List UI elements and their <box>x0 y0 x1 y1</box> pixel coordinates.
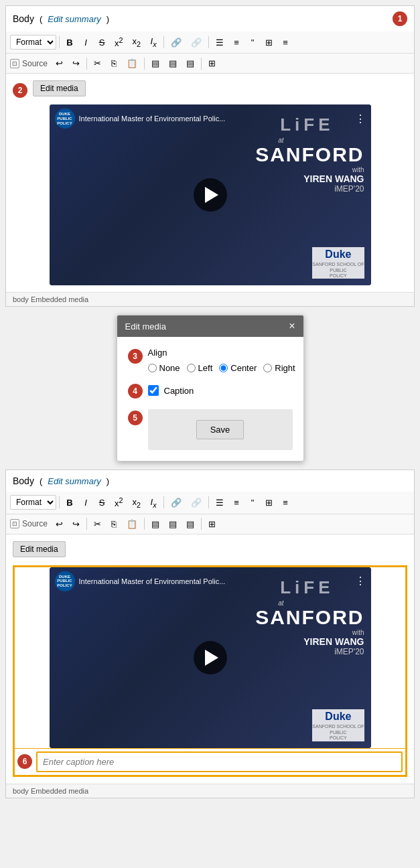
copy-btn-2[interactable]: ⎘ <box>107 517 121 531</box>
paste-btn-1[interactable]: 📋 <box>123 56 141 70</box>
superscript-btn-1[interactable]: x2 <box>111 34 127 50</box>
section-1: Body ( Edit summary ) 1 Format B I S x2 … <box>5 5 415 307</box>
blockquote-btn-1[interactable]: " <box>245 35 260 50</box>
align-btn-1[interactable]: ≡ <box>278 35 293 50</box>
play-btn-1[interactable] <box>194 178 227 212</box>
radio-center-label: Center <box>230 363 257 373</box>
align-center-btn-1[interactable]: ▤ <box>165 56 181 70</box>
radio-center[interactable]: Center <box>219 363 257 373</box>
radio-none-label: None <box>159 363 180 373</box>
format-select-2[interactable]: Format <box>10 495 56 510</box>
strike-btn-1[interactable]: S <box>94 35 109 50</box>
dialog-container: Edit media × 3 Align None <box>5 315 415 461</box>
special-btn-2[interactable]: ⊞ <box>261 496 277 510</box>
format-select-1[interactable]: Format <box>10 35 56 50</box>
unlink-btn-2[interactable]: 🔗 <box>187 496 206 510</box>
undo-btn-1[interactable]: ↩ <box>52 56 67 70</box>
section-2-header: Body ( Edit summary ) <box>6 470 414 492</box>
dialog-close-btn[interactable]: × <box>289 321 295 332</box>
caption-checkbox[interactable] <box>148 385 159 396</box>
body-title-1: Body <box>13 13 34 24</box>
cut-btn-1[interactable]: ✂ <box>90 56 105 70</box>
italic-btn-2[interactable]: I <box>78 496 93 510</box>
source-toolbar-1: ⊡ Source ↩ ↪ ✂ ⎘ 📋 ▤ ▤ ▤ ⊞ <box>6 54 414 74</box>
undo-btn-2[interactable]: ↩ <box>52 517 67 531</box>
subscript-btn-2[interactable]: x2 <box>129 495 145 511</box>
edit-media-btn-1[interactable]: Edit media <box>33 80 86 96</box>
align-left-btn-1[interactable]: ▤ <box>147 56 163 70</box>
redo-btn-2[interactable]: ↪ <box>68 517 84 531</box>
strike-btn-2[interactable]: S <box>94 496 109 510</box>
edit-media-btn-2[interactable]: Edit media <box>13 541 66 557</box>
divider <box>201 518 202 530</box>
table-btn-1[interactable]: ⊞ <box>204 56 220 70</box>
divider <box>163 496 164 508</box>
footer-embedded-1: Embedded media <box>31 295 88 303</box>
radio-right-input[interactable] <box>263 364 272 372</box>
copy-btn-1[interactable]: ⎘ <box>107 56 121 70</box>
paste-btn-2[interactable]: 📋 <box>123 517 141 531</box>
divider <box>144 518 145 530</box>
step-badge-1: 1 <box>393 11 407 26</box>
radio-none-input[interactable] <box>148 364 157 372</box>
redo-btn-1[interactable]: ↪ <box>68 56 84 70</box>
link-btn-1[interactable]: 🔗 <box>167 35 186 50</box>
radio-right[interactable]: Right <box>263 363 295 373</box>
footer-body-1: body <box>13 295 29 303</box>
edit-media-row-2: Edit media <box>13 541 407 561</box>
play-btn-2[interactable] <box>194 641 227 674</box>
page-wrapper: Body ( Edit summary ) 1 Format B I S x2 … <box>0 0 420 868</box>
section-2-paren-open: ( <box>40 476 42 486</box>
editor-area-1[interactable]: 2 Edit media DUKEPUBLICPOLICY Internatio… <box>6 74 414 292</box>
save-btn[interactable]: Save <box>196 420 244 439</box>
cut-btn-2[interactable]: ✂ <box>90 517 105 531</box>
align-right-btn-1[interactable]: ▤ <box>182 56 198 70</box>
radio-left-label: Left <box>198 363 213 373</box>
bullet-btn-1[interactable]: ☰ <box>212 35 228 50</box>
divider <box>208 36 209 48</box>
unlink-btn-1[interactable]: 🔗 <box>187 35 206 50</box>
numbered-btn-2[interactable]: ≡ <box>229 496 244 510</box>
source-label-2[interactable]: ⊡ Source <box>10 519 48 528</box>
link-btn-2[interactable]: 🔗 <box>167 496 186 510</box>
radio-none[interactable]: None <box>148 363 180 373</box>
step-badge-3: 3 <box>128 349 143 364</box>
bold-btn-2[interactable]: B <box>62 496 77 510</box>
edit-summary-link-1[interactable]: Edit summary <box>48 14 100 24</box>
footer-embedded-2: Embedded media <box>31 787 88 795</box>
italic-btn-1[interactable]: I <box>78 35 93 50</box>
bullet-btn-2[interactable]: ☰ <box>212 496 228 510</box>
dialog-header: Edit media × <box>117 315 303 337</box>
special-btn-1[interactable]: ⊞ <box>261 35 277 50</box>
table-btn-2[interactable]: ⊞ <box>204 517 220 531</box>
radio-left[interactable]: Left <box>187 363 213 373</box>
subscript-btn-1[interactable]: x2 <box>129 34 145 50</box>
source-label-1[interactable]: ⊡ Source <box>10 59 48 68</box>
editor-area-2[interactable]: Edit media DUKEPUBLICPOLICY Internationa… <box>6 534 414 784</box>
divider <box>201 58 202 70</box>
italic2-btn-2[interactable]: Ix <box>146 495 161 511</box>
radio-center-input[interactable] <box>219 364 228 372</box>
align-left-btn-2[interactable]: ▤ <box>147 517 163 531</box>
caption-input[interactable] <box>36 751 403 772</box>
align-right-btn-2[interactable]: ▤ <box>182 517 198 531</box>
source-text-1: Source <box>22 59 48 68</box>
step-badge-6: 6 <box>17 754 32 769</box>
italic2-btn-1[interactable]: Ix <box>146 34 161 50</box>
numbered-btn-1[interactable]: ≡ <box>229 35 244 50</box>
bold-btn-1[interactable]: B <box>62 35 77 50</box>
align-center-btn-2[interactable]: ▤ <box>165 517 181 531</box>
align-btn-2[interactable]: ≡ <box>278 496 293 510</box>
save-area: Save <box>148 409 293 450</box>
divider <box>144 58 145 70</box>
superscript-btn-2[interactable]: x2 <box>111 494 127 510</box>
radio-left-input[interactable] <box>187 364 196 372</box>
align-label: Align <box>148 348 295 358</box>
source-text-2: Source <box>22 519 48 528</box>
edit-summary-link-2[interactable]: Edit summary <box>48 476 100 486</box>
divider <box>163 36 164 48</box>
align-content: Align None Left <box>148 348 295 373</box>
dialog-body: 3 Align None Left <box>117 337 303 461</box>
blockquote-btn-2[interactable]: " <box>245 496 260 510</box>
duke-bottom-logo-2: Duke SANFORD SCHOOL OFPUBLICPOLICY <box>312 709 364 741</box>
